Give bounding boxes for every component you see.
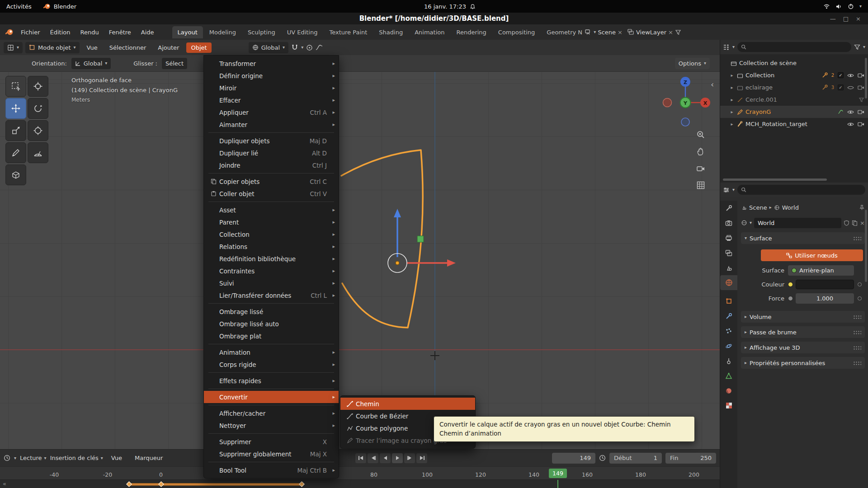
- menu-item-afficher-cacher[interactable]: Afficher/cacher▸: [204, 407, 339, 419]
- keyframe-range-bar[interactable]: [129, 483, 302, 486]
- world-datablock-icon[interactable]: [741, 220, 747, 226]
- tool-measure[interactable]: [28, 142, 48, 163]
- filter-funnel-icon[interactable]: [854, 44, 860, 50]
- workspace-tab-compositing[interactable]: Compositing: [493, 26, 541, 38]
- snap-caret-icon[interactable]: ▾: [301, 45, 303, 50]
- tool-rotate[interactable]: [28, 98, 48, 119]
- workspace-tab-geometry[interactable]: Geometry N: [541, 26, 583, 38]
- tab-texture[interactable]: [720, 398, 737, 413]
- menu-item-ombrage-plat[interactable]: Ombrage plat: [204, 330, 339, 342]
- section-grip-icon[interactable]: [853, 236, 861, 240]
- timeline-editor-icon[interactable]: [4, 455, 10, 461]
- toggle-ortho-grid-icon[interactable]: [696, 181, 705, 190]
- minimize-button[interactable]: —: [830, 15, 836, 22]
- frame-start-field[interactable]: Début1: [609, 453, 662, 464]
- use-preview-range-clock-icon[interactable]: [599, 455, 606, 461]
- workspace-tab-sculpting[interactable]: Sculpting: [242, 26, 281, 38]
- keying-dropdown[interactable]: Insertion de clés▾: [50, 455, 103, 461]
- gizmo-x-arrowhead[interactable]: [447, 259, 456, 267]
- camera-restrict-icon[interactable]: [858, 109, 864, 115]
- tool-select-box[interactable]: [5, 76, 26, 97]
- scene-selector[interactable]: ▾ Scene ×: [585, 28, 623, 36]
- timeline-scroll-left-icon[interactable]: «: [3, 480, 6, 487]
- menu-item-ombrage-lisse[interactable]: Ombrage lissé: [204, 305, 339, 318]
- next-keyframe-button[interactable]: [404, 453, 415, 463]
- ghost-restrict-icon[interactable]: [859, 97, 864, 103]
- viewlayer-filter-icon[interactable]: [675, 29, 681, 35]
- eye-icon[interactable]: [847, 109, 854, 115]
- menu-item-dupliquer-objets[interactable]: Dupliquer objetsMaj D: [204, 135, 339, 147]
- gizmo-z-arrowhead[interactable]: [394, 209, 401, 217]
- workspace-tab-shading[interactable]: Shading: [373, 26, 408, 38]
- properties-editor-icon[interactable]: [723, 187, 730, 193]
- menu-rendu[interactable]: Rendu: [75, 27, 103, 38]
- properties-editor-caret-icon[interactable]: ▾: [732, 188, 735, 192]
- outliner-row-collection[interactable]: ▸ Collection 2 ✓: [720, 69, 868, 81]
- transform-orientation-selector[interactable]: Global ▾: [249, 42, 289, 53]
- section-grip-icon[interactable]: [853, 361, 861, 365]
- workspace-tab-modeling[interactable]: Modeling: [204, 26, 241, 38]
- falloff-curve-icon[interactable]: [316, 44, 323, 51]
- menu-item-convertir[interactable]: Convertir▸: [204, 391, 339, 403]
- grease-pencil-stroke[interactable]: [341, 150, 423, 328]
- menu-item-relations[interactable]: Relations▸: [204, 240, 339, 253]
- outliner-editor-caret-icon[interactable]: ▾: [732, 45, 735, 49]
- tab-physics[interactable]: [720, 338, 737, 353]
- tool-add-primitive[interactable]: [5, 164, 26, 185]
- menu-item-asset[interactable]: Asset▸: [204, 204, 339, 216]
- color-swatch[interactable]: [796, 280, 854, 289]
- app-indicator[interactable]: Blender: [43, 3, 76, 10]
- animate-decorator-icon[interactable]: [858, 282, 862, 286]
- menu-edition[interactable]: Édition: [46, 27, 75, 38]
- filter-caret-icon[interactable]: ▾: [863, 45, 865, 49]
- tab-object-data[interactable]: [720, 368, 737, 383]
- tool-transform[interactable]: [28, 120, 48, 141]
- section-grip-icon[interactable]: [853, 346, 861, 350]
- play-reverse-button[interactable]: [380, 453, 391, 463]
- timeline-menu-marqueur[interactable]: Marqueur: [130, 453, 167, 463]
- menu-item-supprimer-globalement[interactable]: Supprimer globalementMaj X: [204, 448, 339, 460]
- outliner-row-cercle[interactable]: ▸ Cercle.001: [720, 94, 868, 106]
- tool-cursor[interactable]: [28, 76, 48, 97]
- custom-properties-section-header[interactable]: ▸ Propriétés personnalisées: [741, 357, 865, 369]
- animate-decorator-icon[interactable]: [858, 296, 862, 300]
- breadcrumb-scene[interactable]: Scene: [749, 204, 767, 211]
- menu-item-appliquer[interactable]: AppliquerCtrl A▸: [204, 106, 339, 118]
- menu-item-ombrage-lisse-auto[interactable]: Ombrage lissé auto: [204, 318, 339, 330]
- tab-render[interactable]: [720, 216, 737, 230]
- animation-fcurve-icon[interactable]: [838, 109, 844, 115]
- tool-annotate[interactable]: [5, 142, 26, 163]
- mode-selector[interactable]: Mode objet ▾: [25, 42, 80, 53]
- new-datablock-copy-icon[interactable]: [852, 220, 858, 226]
- viewport-menu-selectionner[interactable]: Sélectionner: [105, 42, 151, 53]
- keyframe-diamond[interactable]: [299, 481, 305, 487]
- menu-item-copier-objets[interactable]: Copier objetsCtrl C: [204, 175, 339, 188]
- tab-world[interactable]: [720, 275, 737, 290]
- menu-fenetre[interactable]: Fenêtre: [104, 27, 136, 38]
- frame-end-field[interactable]: Fin250: [665, 453, 716, 464]
- orientation-dropdown[interactable]: Global ▾: [71, 58, 111, 69]
- snap-magnet-icon[interactable]: [291, 44, 298, 51]
- outliner-row-crayong[interactable]: ▸ CrayonG: [720, 106, 868, 118]
- scene-unlink-icon[interactable]: ×: [618, 29, 623, 36]
- activities-button[interactable]: Activités: [6, 3, 32, 10]
- override-tools-icon[interactable]: [822, 72, 828, 78]
- timeline-track-area[interactable]: «: [0, 479, 720, 488]
- menu-item-dupliquer-lie[interactable]: Dupliquer liéAlt D: [204, 147, 339, 159]
- collection-checkbox[interactable]: ✓: [838, 84, 844, 90]
- outliner-row-eclairage[interactable]: ▸ eclairage 3 ✓: [720, 81, 868, 94]
- menu-fichier[interactable]: Fichier: [16, 27, 45, 38]
- menu-item-redefinition-bibliotheque[interactable]: Redéfinition bibliothèque▸: [204, 253, 339, 265]
- options-dropdown[interactable]: Options ▾: [675, 58, 710, 69]
- section-grip-icon[interactable]: [853, 330, 861, 334]
- clock[interactable]: 16 janv. 17:23: [424, 3, 476, 10]
- outliner-vscrollbar[interactable]: [865, 58, 867, 99]
- mist-section-header[interactable]: ▸ Passe de brume: [741, 326, 865, 338]
- maximize-button[interactable]: □: [843, 15, 849, 22]
- menu-item-contraintes[interactable]: Contraintes▸: [204, 265, 339, 277]
- strength-slider[interactable]: 1.000: [796, 293, 854, 304]
- menu-item-animation[interactable]: Animation▸: [204, 346, 339, 358]
- datablock-browse-caret-icon[interactable]: ▾: [750, 221, 752, 225]
- outliner-row-mch-rotation-target[interactable]: ▸ MCH_Rotation_target: [720, 118, 868, 130]
- jump-to-end-button[interactable]: [416, 453, 427, 463]
